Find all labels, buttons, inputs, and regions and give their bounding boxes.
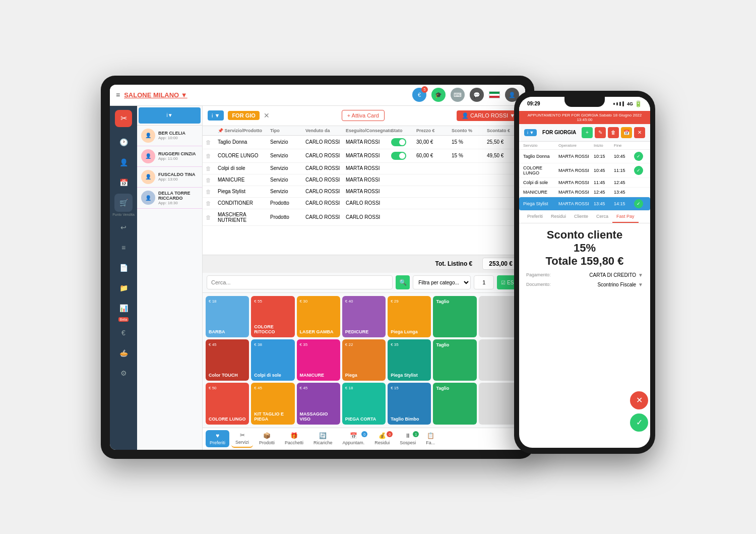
sidebar-item-folder[interactable]: 📁 — [114, 279, 133, 297]
tile-piega-stylist[interactable]: € 35 Piega Stylist — [388, 339, 431, 381]
chat-icon[interactable]: 💬 — [470, 88, 484, 102]
sidebar-item-beta[interactable]: 📊 Beta — [114, 299, 133, 322]
academy-icon[interactable]: 🎓 — [431, 88, 446, 102]
sidebar-item-calendar[interactable]: 📅 — [114, 173, 133, 192]
attiva-card-button[interactable]: + Attiva Card — [342, 110, 385, 121]
tab-servizi[interactable]: ✂ Servizi — [231, 430, 253, 448]
tab-preferiti[interactable]: ♥ Preferiti — [206, 430, 229, 447]
search-button[interactable]: 🔍 — [396, 275, 410, 289]
tab-prodotti[interactable]: 📦 Prodotti — [255, 430, 279, 447]
tile-piega-lunga[interactable]: € 29 Piega Lunga — [388, 296, 431, 337]
language-flag[interactable] — [489, 91, 500, 98]
tile-colpi-di-sole[interactable]: € 38 Colpi di sole — [251, 339, 294, 381]
table-row[interactable]: 🗑 Piega Stylist Servizio CARLO ROSSI MAR… — [203, 186, 525, 198]
payment-dropdown-icon[interactable]: ▼ — [638, 272, 643, 278]
tile-piega-corta[interactable]: € 18 PIEGA CORTA — [342, 383, 386, 424]
tile-laser-gamba[interactable]: € 30 LASER GAMBA — [297, 296, 340, 337]
sidebar-item-euro[interactable]: € — [114, 324, 133, 342]
top-bar-right: € 5 🎓 ⌨ 💬 👤 — [412, 88, 519, 102]
store-name[interactable]: SALONE MILANO ▼ — [124, 91, 187, 99]
row-start: 13:45 — [594, 201, 614, 206]
sidebar-item-clients[interactable]: 👤 — [114, 153, 133, 171]
tab-ricariche[interactable]: 🔄 Ricariche — [309, 430, 337, 447]
delete-button[interactable]: 🗑 — [608, 127, 619, 138]
tile-pedicure[interactable]: € 40 PEDICURE — [342, 296, 386, 337]
tile-color-touch[interactable]: € 45 Color TOUCH — [206, 339, 249, 381]
tile-manicure[interactable]: € 35 MANICURE — [297, 339, 340, 381]
search-input[interactable] — [207, 275, 393, 289]
payment-value[interactable]: CARTA DI CREDITO ▼ — [589, 272, 643, 278]
table-row[interactable]: 🗑 CONDITIONER Prodotto CARLO ROSSI CARLO… — [203, 198, 525, 209]
client-card-della-torre[interactable]: 👤 DELLA TORRE RICCARDO App: 16:30 — [137, 188, 202, 209]
sidebar-item-doc[interactable]: 📄 — [114, 259, 133, 277]
table-row[interactable]: 🗑 MANICURE Servizio CARLO ROSSI MARTA RO… — [203, 174, 525, 186]
confirm-float-button[interactable]: ✓ — [630, 413, 648, 432]
phone-info-button[interactable]: i ▼ — [524, 129, 537, 136]
client-card-ruggeri[interactable]: 👤 RUGGERI CINZIA App: 11:00 — [137, 146, 202, 167]
tile-piega[interactable]: € 22 Piega — [342, 339, 386, 381]
hamburger-icon[interactable]: ≡ — [116, 91, 120, 99]
quantity-input[interactable] — [474, 275, 494, 289]
phone-table-row[interactable]: MANICURE MARTA ROSSI 12:45 13:45 — [519, 188, 650, 197]
tile-kit-taglio[interactable]: € 45 KIT TAGLIO E PIEGA — [251, 383, 294, 424]
phone-tab-cerca[interactable]: Cerca — [592, 211, 612, 223]
operator-button[interactable]: 👤 CARLO ROSSI ▼ — [457, 110, 520, 121]
phone-table-row-highlighted[interactable]: Piega Stylist MARTA ROSSI 13:45 14:15 ✓ — [519, 197, 650, 211]
phone-tab-residui[interactable]: Residui — [547, 211, 570, 223]
delete-icon[interactable]: 🗑 — [206, 139, 218, 145]
client-card-ber-clelia[interactable]: 👤 BER CLELIA App: 10:00 — [137, 126, 202, 146]
tile-taglio-3[interactable]: Taglio — [433, 383, 476, 424]
sidebar-item-clock[interactable]: 🕐 — [114, 133, 133, 151]
delete-icon[interactable]: 🗑 — [206, 165, 218, 171]
tab-sospesi[interactable]: 1 ⏸ Sospesi — [396, 430, 420, 447]
add-service-button[interactable]: + — [582, 127, 593, 138]
tab-fa[interactable]: 📋 Fa... — [422, 430, 439, 447]
keyboard-icon[interactable]: ⌨ — [451, 88, 465, 102]
tile-colore-lungo[interactable]: € 50 COLORE LUNGO — [206, 383, 249, 424]
tile-colore-ritocco[interactable]: € 55 COLORE RITOCCO — [251, 296, 294, 337]
close-client-button[interactable]: ✕ — [264, 111, 270, 120]
delete-icon[interactable]: 🗑 — [206, 153, 218, 159]
tile-taglio-1[interactable]: Taglio — [433, 296, 476, 337]
delete-icon[interactable]: 🗑 — [206, 200, 218, 206]
tile-massaggio[interactable]: € 45 MASSAGGIO VISO — [297, 383, 340, 424]
sidebar-item-history[interactable]: ↩ — [114, 218, 133, 236]
tab-pacchetti[interactable]: 🎁 Pacchetti — [281, 430, 307, 447]
tile-barba[interactable]: € 18 BARBA — [206, 296, 249, 337]
phone-tab-fast-pay[interactable]: Fast Pay — [612, 211, 639, 223]
delete-icon[interactable]: 🗑 — [206, 177, 218, 183]
table-row[interactable]: 🗑 Colpi di sole Servizio CARLO ROSSI MAR… — [203, 163, 525, 174]
phone-tab-preferiti[interactable]: Preferiti — [523, 211, 547, 223]
col-price: Prezzo € — [416, 128, 452, 133]
tab-residui[interactable]: 0 💰 Residui — [370, 430, 394, 447]
delete-icon[interactable]: 🗑 — [206, 214, 218, 220]
phone-table-row[interactable]: Taglio Donna MARTA ROSSI 10:15 10:45 ✓ — [519, 150, 650, 163]
calendar-button[interactable]: 📅 — [621, 127, 632, 138]
sidebar-item-list[interactable]: ≡ — [114, 239, 133, 257]
cancel-float-button[interactable]: ✕ — [630, 391, 648, 409]
phone-tab-cliente[interactable]: Cliente — [570, 211, 592, 223]
support-icon[interactable]: € 5 — [412, 88, 426, 102]
phone-table-row[interactable]: COLORE LUNGO MARTA ROSSI 10:45 11:15 ✓ — [519, 163, 650, 178]
tile-taglio-2[interactable]: Taglio — [433, 339, 476, 381]
category-filter[interactable]: Filtra per catego... — [413, 275, 471, 289]
client-card-fuscaldo[interactable]: 👤 FUSCALDO TINA App: 13:00 — [137, 167, 202, 188]
close-button[interactable]: ✕ — [634, 127, 645, 138]
delete-icon[interactable]: 🗑 — [206, 189, 218, 195]
toggle-on[interactable] — [391, 138, 406, 146]
info-button[interactable]: i ▼ — [208, 110, 224, 121]
edit-button[interactable]: ✎ — [595, 127, 606, 138]
phone-table-row[interactable]: Colpi di sole MARTA ROSSI 11:45 12:45 — [519, 178, 650, 188]
sidebar-item-settings[interactable]: ⚙ — [114, 364, 133, 382]
document-dropdown-icon[interactable]: ▼ — [638, 282, 643, 287]
table-row[interactable]: 🗑 MASCHERA NUTRIENTE Prodotto CARLO ROSS… — [203, 209, 525, 226]
table-row[interactable]: 🗑 COLORE LUNGO Servizio CARLO ROSSI MART… — [203, 149, 525, 163]
toggle-on[interactable] — [391, 152, 406, 160]
document-value[interactable]: Scontrino Fiscale ▼ — [597, 282, 643, 287]
sidebar-item-chart[interactable]: 🥧 — [114, 344, 133, 362]
tile-taglio-bimbo[interactable]: € 15 Taglio Bimbo — [388, 383, 431, 424]
sidebar-item-pos[interactable]: 🛒 Punto Vendita — [112, 194, 135, 216]
tab-i[interactable]: i▼ — [139, 107, 201, 124]
table-row[interactable]: 🗑 Taglio Donna Servizio CARLO ROSSI MART… — [203, 136, 525, 149]
tab-appuntamenti[interactable]: 0 📅 Appuntam. — [339, 430, 369, 447]
